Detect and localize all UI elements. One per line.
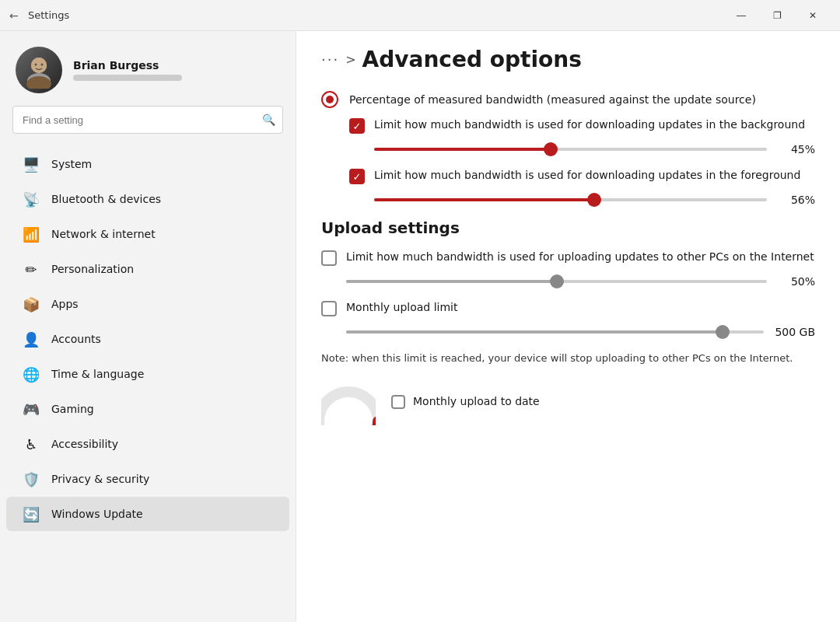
svg-point-2: [31, 58, 47, 73]
sidebar-item-update[interactable]: 🔄 Windows Update: [6, 497, 289, 531]
maximize-button[interactable]: ❐: [759, 3, 795, 28]
upload-bandwidth-slider-row: 50%: [321, 275, 815, 288]
search-input[interactable]: [12, 106, 283, 134]
breadcrumb-dots[interactable]: ···: [321, 51, 339, 68]
sidebar-item-network[interactable]: 📶 Network & internet: [6, 217, 289, 251]
fg-slider-value: 56%: [778, 194, 815, 206]
donut-chart: [321, 379, 376, 425]
upload-bandwidth-slider[interactable]: [346, 280, 767, 283]
sidebar-item-label: Apps: [51, 298, 274, 310]
bg-slider-thumb[interactable]: [544, 142, 558, 156]
monthly-slider-fill: [346, 330, 723, 334]
sidebar-item-label: Gaming: [51, 403, 274, 415]
user-name: Brian Burgess: [73, 59, 182, 72]
user-info: Brian Burgess: [73, 59, 182, 81]
sidebar-item-time[interactable]: 🌐 Time & language: [6, 357, 289, 391]
content-area: ··· > Advanced options Percentage of mea…: [296, 31, 840, 622]
bandwidth-radio-row[interactable]: Percentage of measured bandwidth (measur…: [321, 82, 815, 117]
personalization-icon: ✏️: [22, 260, 40, 278]
time-icon: 🌐: [22, 365, 40, 383]
avatar-svg: [20, 51, 58, 89]
sidebar-nav: 🖥️ System 📡 Bluetooth & devices 📶 Networ…: [0, 146, 296, 532]
upload-section-title: Upload settings: [321, 218, 815, 237]
sidebar-item-gaming[interactable]: 🎮 Gaming: [6, 392, 289, 426]
sidebar-item-system[interactable]: 🖥️ System: [6, 147, 289, 181]
sidebar-item-label: Windows Update: [51, 508, 274, 520]
sidebar-item-personalization[interactable]: ✏️ Personalization: [6, 252, 289, 286]
bg-bandwidth-slider[interactable]: [374, 148, 767, 151]
fg-bandwidth-slider-row: 56%: [349, 194, 815, 206]
fg-bandwidth-label: Limit how much bandwidth is used for dow…: [374, 168, 800, 183]
gaming-icon: 🎮: [22, 400, 40, 418]
fg-bandwidth-slider[interactable]: [374, 198, 767, 201]
foreground-bandwidth-section: ✓ Limit how much bandwidth is used for d…: [349, 168, 815, 206]
search-icon: 🔍: [262, 114, 275, 126]
bg-slider-fill: [374, 148, 551, 151]
svg-point-6: [321, 392, 376, 425]
monthly-upload-slider-row: 500 GB: [321, 326, 815, 338]
upload-bandwidth-checkbox[interactable]: [321, 250, 337, 266]
sidebar-item-accounts[interactable]: 👤 Accounts: [6, 322, 289, 356]
fg-bandwidth-checkbox[interactable]: ✓: [349, 169, 365, 184]
back-icon[interactable]: ←: [9, 9, 22, 22]
sidebar-item-label: Network & internet: [51, 228, 274, 240]
monthly-upload-checkbox[interactable]: [321, 301, 337, 316]
update-icon: 🔄: [22, 505, 40, 523]
page-title: Advanced options: [362, 47, 582, 72]
network-icon: 📶: [22, 225, 40, 243]
monthly-upload-date-label: Monthly upload to date: [413, 394, 540, 410]
bg-bandwidth-slider-row: 45%: [349, 143, 815, 156]
bluetooth-icon: 📡: [22, 190, 40, 208]
sidebar-item-label: System: [51, 158, 274, 170]
sidebar-item-accessibility[interactable]: ♿ Accessibility: [6, 427, 289, 461]
close-button[interactable]: ✕: [795, 3, 831, 28]
upload-slider-thumb[interactable]: [550, 274, 564, 288]
title-bar: ← Settings — ❐ ✕: [0, 0, 840, 31]
radio-button-measured-bandwidth[interactable]: [321, 91, 338, 108]
bg-slider-value: 45%: [778, 143, 815, 156]
user-profile: Brian Burgess: [0, 31, 296, 106]
monthly-upload-label: Monthly upload limit: [346, 300, 457, 316]
sidebar-item-label: Accounts: [51, 333, 274, 345]
fg-slider-fill: [374, 198, 594, 201]
system-icon: 🖥️: [22, 155, 40, 173]
search-box: 🔍: [12, 106, 283, 134]
user-email-placeholder: [73, 75, 182, 81]
sidebar-item-bluetooth[interactable]: 📡 Bluetooth & devices: [6, 182, 289, 216]
minimize-button[interactable]: —: [723, 3, 759, 28]
monthly-upload-slider[interactable]: [346, 330, 764, 334]
radio-label: Percentage of measured bandwidth (measur…: [349, 93, 756, 106]
bg-bandwidth-checkbox[interactable]: ✓: [349, 118, 365, 134]
upload-note: Note: when this limit is reached, your d…: [321, 351, 815, 366]
monthly-upload-date-checkbox[interactable]: [391, 395, 405, 409]
upload-slider-value: 50%: [778, 275, 815, 288]
sidebar-item-privacy[interactable]: 🛡️ Privacy & security: [6, 462, 289, 496]
sidebar-item-label: Bluetooth & devices: [51, 193, 274, 205]
checkmark-icon: ✓: [353, 172, 362, 182]
sidebar-item-label: Privacy & security: [51, 473, 274, 485]
svg-point-5: [41, 64, 44, 66]
upload-slider-fill: [346, 280, 557, 283]
fg-slider-thumb[interactable]: [587, 193, 601, 207]
sidebar-item-apps[interactable]: 📦 Apps: [6, 287, 289, 321]
bg-bandwidth-checkbox-row: ✓ Limit how much bandwidth is used for d…: [349, 117, 815, 134]
app-title: Settings: [28, 9, 69, 21]
svg-point-4: [35, 64, 37, 66]
upload-bandwidth-label: Limit how much bandwidth is used for upl…: [346, 250, 814, 265]
apps-icon: 📦: [22, 295, 40, 313]
monthly-upload-checkbox-row: Monthly upload limit: [321, 300, 815, 316]
bg-bandwidth-label: Limit how much bandwidth is used for dow…: [374, 117, 805, 133]
title-bar-left: ← Settings: [9, 9, 69, 22]
monthly-slider-thumb[interactable]: [716, 325, 730, 339]
sidebar: Brian Burgess 🔍 🖥️ System 📡 Bluetooth & …: [0, 31, 296, 622]
breadcrumb: ··· > Advanced options: [321, 47, 815, 72]
upload-settings-section: Upload settings Limit how much bandwidth…: [321, 218, 815, 425]
background-bandwidth-section: ✓ Limit how much bandwidth is used for d…: [349, 117, 815, 156]
monthly-slider-value: 500 GB: [775, 326, 815, 338]
privacy-icon: 🛡️: [22, 470, 40, 488]
sidebar-item-label: Time & language: [51, 368, 274, 380]
accessibility-icon: ♿: [22, 435, 40, 453]
sidebar-item-label: Personalization: [51, 263, 274, 275]
checkmark-icon: ✓: [353, 121, 362, 131]
avatar: [16, 47, 62, 93]
